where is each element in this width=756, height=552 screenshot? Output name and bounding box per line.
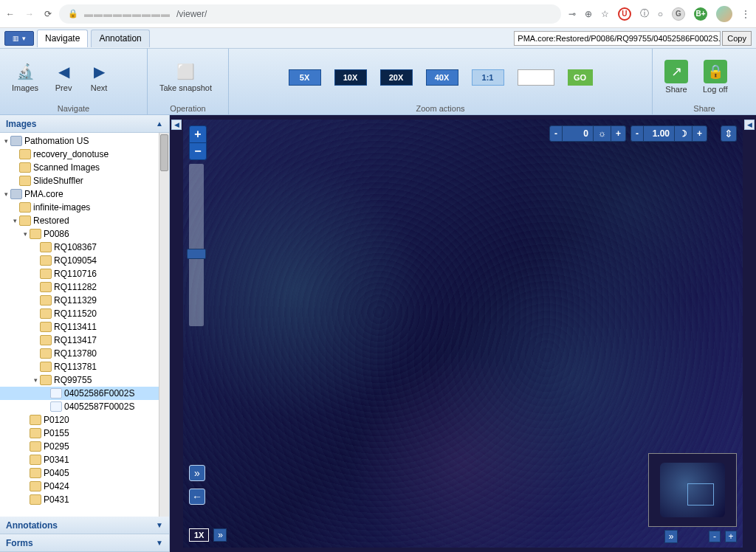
tree-folder[interactable]: P0431 bbox=[0, 493, 169, 506]
ext-icon[interactable]: B+ bbox=[694, 7, 707, 21]
tree-folder[interactable]: P0155 bbox=[0, 427, 169, 440]
address-bar[interactable]: 🔒 ▬▬▬▬▬▬▬▬▬ /viewer/ bbox=[59, 4, 561, 24]
scale-expand-button[interactable]: » bbox=[213, 528, 227, 542]
zoom-input[interactable] bbox=[518, 69, 554, 86]
scale-indicator: 1X bbox=[189, 528, 209, 542]
next-icon: ▶ bbox=[89, 61, 109, 82]
lock-icon: 🔒 bbox=[68, 9, 78, 18]
tree-file[interactable]: 04052587F0002S bbox=[0, 400, 169, 413]
tree-file-selected[interactable]: 04052586F0002S bbox=[0, 387, 169, 400]
zoom-buttons: + − bbox=[189, 125, 207, 160]
ribbon: 🔬 Images ◀ Prev ▶ Next Navigate ⬜ Take s… bbox=[0, 49, 756, 115]
snapshot-button[interactable]: ⬜ Take snapshot bbox=[155, 60, 216, 94]
prev-button[interactable]: ◀ Prev bbox=[49, 60, 78, 94]
tree-folder[interactable]: ▾P0086 bbox=[0, 227, 169, 241]
overview-map[interactable] bbox=[648, 453, 737, 527]
circle-icon[interactable]: ○ bbox=[658, 9, 663, 19]
share-button[interactable]: ↗ Share bbox=[660, 58, 693, 95]
dec-button[interactable]: - bbox=[631, 126, 643, 141]
tree-folder[interactable]: RQ111282 bbox=[0, 280, 169, 294]
images-button[interactable]: 🔬 Images bbox=[7, 60, 43, 94]
zoom-20x[interactable]: 20X bbox=[380, 69, 413, 86]
image-path-field[interactable]: PMA.core:Restored/P0086/RQ99755/04052586… bbox=[514, 31, 721, 46]
zoom-slider-handle[interactable] bbox=[187, 249, 206, 259]
back-button[interactable]: ← bbox=[6, 9, 15, 19]
zoom-icon[interactable]: ⊕ bbox=[585, 9, 592, 19]
zoom-out-button[interactable]: − bbox=[190, 143, 206, 159]
overview-viewport[interactable] bbox=[687, 483, 714, 506]
tree-scroll[interactable]: ▾Pathomation US recovery_donotuse Scanne… bbox=[0, 133, 169, 517]
zoom-40x[interactable]: 40X bbox=[426, 69, 458, 86]
star-icon[interactable]: ☆ bbox=[601, 9, 609, 19]
zoom-go[interactable]: GO bbox=[568, 69, 593, 86]
overview-expand-button[interactable]: » bbox=[664, 530, 678, 543]
panel-annotations-header[interactable]: Annotations▼ bbox=[0, 517, 169, 534]
tree-folder[interactable]: Scanned Images bbox=[0, 161, 169, 174]
inc-button[interactable]: + bbox=[611, 126, 625, 141]
slide-viewer[interactable]: + − » ← 1X » - 0 ☼ + bbox=[183, 120, 743, 548]
gamma-control[interactable]: - 1.00 ☽ + bbox=[630, 125, 707, 142]
expand-panel-button[interactable]: » bbox=[189, 465, 205, 481]
tree-folder[interactable]: infinite-images bbox=[0, 201, 169, 214]
tree-folder[interactable]: RQ113780 bbox=[0, 347, 169, 360]
collapse-left-button[interactable]: ◀ bbox=[171, 120, 182, 130]
tree-folder[interactable]: RQ111520 bbox=[0, 307, 169, 320]
tab-annotation[interactable]: Annotation bbox=[91, 30, 149, 47]
tab-navigate[interactable]: Navigate bbox=[37, 30, 88, 47]
key-icon[interactable]: ⊸ bbox=[568, 9, 576, 19]
panel-forms-header[interactable]: Forms▼ bbox=[0, 534, 169, 552]
tree-server[interactable]: ▾Pathomation US bbox=[0, 134, 169, 148]
reload-button[interactable]: ⟳ bbox=[44, 9, 52, 19]
tree-server[interactable]: ▾PMA.core bbox=[0, 187, 169, 201]
main-area: Images▲ ▾Pathomation US recovery_donotus… bbox=[0, 115, 756, 552]
logoff-button[interactable]: 🔒 Log off bbox=[698, 58, 732, 95]
collapse-right-button[interactable]: ◀ bbox=[744, 120, 755, 130]
back-nav-button[interactable]: ← bbox=[189, 489, 205, 505]
tree-folder[interactable]: P0424 bbox=[0, 480, 169, 493]
tree-folder[interactable]: P0120 bbox=[0, 413, 169, 427]
brightness-control[interactable]: - 0 ☼ + bbox=[549, 125, 626, 142]
profile-avatar[interactable] bbox=[716, 6, 732, 22]
snapshot-icon: ⬜ bbox=[175, 61, 196, 82]
dec-button[interactable]: - bbox=[550, 126, 562, 141]
next-button[interactable]: ▶ Next bbox=[84, 60, 114, 94]
collapse-icon: ▲ bbox=[156, 120, 163, 128]
tree-folder[interactable]: RQ110716 bbox=[0, 267, 169, 280]
sun-icon: ☼ bbox=[593, 126, 611, 141]
ublock-icon[interactable]: U bbox=[618, 7, 631, 21]
zoom-slider[interactable] bbox=[189, 164, 204, 326]
expand-icon: ▼ bbox=[156, 539, 163, 547]
tree-folder[interactable]: RQ113411 bbox=[0, 320, 169, 334]
tree-folder[interactable]: P0295 bbox=[0, 440, 169, 453]
inc-button[interactable]: + bbox=[692, 126, 707, 141]
panel-images-header[interactable]: Images▲ bbox=[0, 115, 169, 133]
copy-button[interactable]: Copy bbox=[722, 31, 752, 46]
tree-folder[interactable]: RQ109054 bbox=[0, 254, 169, 267]
tree-folder[interactable]: P0341 bbox=[0, 453, 169, 466]
zoom-5x[interactable]: 5X bbox=[289, 69, 321, 86]
viewer-container: ◀ ◀ + − » ← 1X » - bbox=[170, 115, 756, 552]
menu-icon[interactable]: ⋮ bbox=[741, 9, 750, 19]
info-icon[interactable]: ⓘ bbox=[640, 7, 649, 20]
overview-zoomin[interactable]: + bbox=[725, 531, 737, 542]
tree-folder[interactable]: ▾Restored bbox=[0, 214, 169, 227]
viewmode-dropdown[interactable]: ▥ bbox=[4, 31, 34, 46]
overview-zoomout[interactable]: - bbox=[709, 531, 721, 542]
zoom-fit[interactable]: 1:1 bbox=[472, 69, 504, 86]
tree-folder[interactable]: recovery_donotuse bbox=[0, 148, 169, 161]
fit-height-button[interactable]: ⇕ bbox=[721, 125, 737, 142]
tree-folder[interactable]: RQ111329 bbox=[0, 294, 169, 307]
tree-folder[interactable]: RQ113781 bbox=[0, 360, 169, 373]
zoom-10x[interactable]: 10X bbox=[334, 69, 367, 86]
tree-folder[interactable]: P0405 bbox=[0, 466, 169, 480]
sidebar: Images▲ ▾Pathomation US recovery_donotus… bbox=[0, 115, 170, 552]
tree-folder[interactable]: SlideShuffler bbox=[0, 174, 169, 187]
tree-folder[interactable]: ▾RQ99755 bbox=[0, 373, 169, 387]
forward-button[interactable]: → bbox=[25, 9, 34, 19]
zoom-in-button[interactable]: + bbox=[190, 126, 206, 142]
tree-scrollbar[interactable] bbox=[159, 133, 169, 517]
google-icon[interactable]: G bbox=[672, 7, 685, 21]
app-tab-bar: ▥ Navigate Annotation PMA.core:Restored/… bbox=[0, 28, 756, 49]
tree-folder[interactable]: RQ108367 bbox=[0, 241, 169, 254]
tree-folder[interactable]: RQ113417 bbox=[0, 334, 169, 347]
